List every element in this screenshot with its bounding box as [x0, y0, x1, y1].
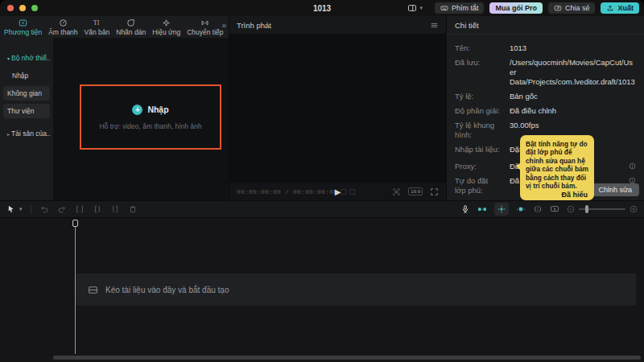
sidebar-item-label: Thư viện: [7, 107, 35, 115]
maximize-window-button[interactable]: [31, 5, 38, 11]
split-clip-button[interactable]: [75, 204, 85, 214]
sidebar-item-label: Tài sản của...: [11, 130, 50, 138]
row-label: Tên:: [455, 43, 500, 53]
tab-media-label: Phương tiện: [4, 28, 42, 36]
empty-track-dropzone[interactable]: Kéo tài liệu vào đây và bắt đầu tạo: [76, 274, 636, 306]
preview-viewport[interactable]: [229, 34, 446, 183]
sparkle-icon: [162, 19, 171, 27]
caret-down-icon: ▾: [7, 56, 10, 61]
tab-text[interactable]: TI Văn bản: [81, 16, 114, 38]
tab-media[interactable]: Phương tiện: [1, 16, 45, 38]
auto-snap-icon[interactable]: [494, 203, 509, 216]
aspect-ratio-button[interactable]: 16:9: [408, 187, 423, 195]
timeline-body: Kéo tài liệu vào đây và bắt đầu tạo: [0, 219, 644, 362]
export-button[interactable]: Xuất: [601, 2, 639, 14]
import-button[interactable]: + Nhập: [132, 105, 168, 115]
export-label: Xuất: [617, 4, 634, 12]
delete-button[interactable]: [128, 204, 138, 214]
row-label: Proxy:: [455, 162, 500, 171]
select-tool-caret-icon[interactable]: ▾: [19, 206, 23, 212]
link-clips-icon[interactable]: [477, 204, 487, 214]
media-tabbar: Phương tiện Âm thanh TI Văn bản Nhãn dán…: [0, 16, 229, 38]
details-title: Chi tiết: [447, 16, 644, 35]
tab-audio[interactable]: Âm thanh: [45, 16, 80, 38]
close-window-button[interactable]: [7, 5, 14, 11]
row-label: Độ phân giải:: [455, 106, 500, 116]
buy-pro-button[interactable]: Mua gói Pro: [489, 2, 543, 14]
sidebar-item-device-storage[interactable]: ▾ Bộ nhớ thiế...: [3, 51, 50, 65]
timeline-zoom-slider: [567, 205, 638, 213]
timeline-tools-right: [460, 203, 638, 216]
row-value: 1013: [500, 43, 636, 53]
mirror-preview-icon[interactable]: [533, 204, 543, 214]
sidebar-item-library[interactable]: Thư viện: [3, 104, 50, 118]
sidebar-item-label: Nhập: [12, 72, 28, 80]
preview-window-icon[interactable]: [550, 204, 559, 214]
export-icon: [606, 4, 614, 12]
trim-left-button[interactable]: [93, 204, 102, 214]
preview-title: Trình phát: [237, 21, 271, 30]
timeline-horizontal-scrollbar[interactable]: [53, 356, 641, 360]
tab-stickers[interactable]: Nhãn dán: [113, 16, 149, 38]
trim-right-button[interactable]: [110, 204, 120, 214]
minimize-window-button[interactable]: [19, 5, 26, 11]
hamburger-menu-icon[interactable]: [430, 21, 439, 30]
zoom-out-icon[interactable]: [567, 205, 575, 213]
row-value: Đã điều chỉnh: [500, 106, 636, 116]
tab-text-label: Văn bản: [85, 28, 110, 36]
info-icon[interactable]: [629, 162, 636, 170]
free-overlay-tooltip: Bật tính năng tự do đặt lớp phủ để chỉnh…: [520, 135, 594, 200]
prev-frame-button[interactable]: [341, 189, 346, 195]
play-button[interactable]: ▶: [335, 187, 341, 196]
mainline-magnet-icon[interactable]: [516, 204, 526, 214]
redo-button[interactable]: [57, 204, 67, 214]
layout-switch-button[interactable]: ▾: [407, 3, 423, 13]
fit-focus-icon[interactable]: [392, 187, 401, 196]
timeline-empty-hint: Kéo tài liệu vào đây và bắt đầu tạo: [105, 286, 229, 294]
tab-filters[interactable]: Bộ lọc: [227, 16, 229, 38]
tab-audio-label: Âm thanh: [48, 28, 77, 36]
zoom-slider-track[interactable]: [579, 208, 625, 210]
layout-icon: [407, 3, 417, 13]
select-tool-button[interactable]: [6, 204, 16, 214]
tooltip-confirm-button[interactable]: Đã hiểu: [561, 191, 588, 199]
media-body: ▾ Bộ nhớ thiế... Nhập Không gian Thư việ…: [0, 38, 229, 200]
share-label: Chia sẻ: [565, 4, 590, 12]
buy-pro-label: Mua gói Pro: [495, 4, 537, 12]
caret-right-icon: ▸: [7, 131, 10, 137]
detail-row-name: Tên: 1013: [455, 43, 636, 53]
media-sidebar: ▾ Bộ nhớ thiế... Nhập Không gian Thư việ…: [0, 38, 53, 200]
sidebar-item-space[interactable]: Không gian: [3, 86, 50, 101]
sticker-icon: [126, 19, 135, 27]
toolbar-divider: [31, 205, 31, 214]
row-label: Tỷ lệ:: [455, 92, 500, 101]
timeline-toolbar: ▾: [0, 201, 644, 218]
next-frame-button[interactable]: [349, 189, 355, 195]
timeline-panel: ▾: [0, 201, 644, 362]
tab-effects[interactable]: Hiệu ứng: [149, 16, 184, 38]
undo-button[interactable]: [39, 204, 49, 214]
edit-details-button[interactable]: Chỉnh sửa: [591, 183, 639, 196]
project-title: 1013: [313, 4, 331, 13]
media-content: + Nhập Hỗ trợ: video, âm thanh, hình ảnh: [53, 38, 229, 200]
playhead-handle[interactable]: [72, 220, 78, 227]
row-label: Đã lưu:: [455, 58, 500, 87]
timecode: 00:00:00:00 / 00:00:00:00: [237, 188, 337, 195]
import-label: Nhập: [147, 105, 168, 114]
titlebar-actions: ▾ Phím tắt Mua gói Pro Chia sẻ: [407, 2, 644, 14]
sidebar-item-import[interactable]: Nhập: [3, 68, 50, 83]
zoom-slider-handle[interactable]: [585, 205, 588, 213]
import-highlight-annotation: + Nhập Hỗ trợ: video, âm thanh, hình ảnh: [80, 84, 221, 150]
tab-transitions[interactable]: Chuyển tiếp: [184, 16, 226, 38]
window-controls: [0, 5, 38, 11]
zoom-in-icon[interactable]: [630, 205, 638, 213]
shortcuts-button[interactable]: Phím tắt: [435, 2, 485, 14]
record-audio-button[interactable]: [460, 204, 470, 214]
fullscreen-icon[interactable]: [430, 187, 439, 196]
more-tabs-chevron[interactable]: »: [221, 21, 226, 30]
titlebar: 1013 ▾ Phím tắt Mua gói Pro: [0, 0, 644, 16]
sidebar-item-my-assets[interactable]: ▸ Tài sản của...: [3, 126, 50, 141]
share-button[interactable]: Chia sẻ: [548, 2, 596, 14]
shortcuts-label: Phím tắt: [452, 4, 479, 12]
tab-effects-label: Hiệu ứng: [152, 28, 180, 36]
